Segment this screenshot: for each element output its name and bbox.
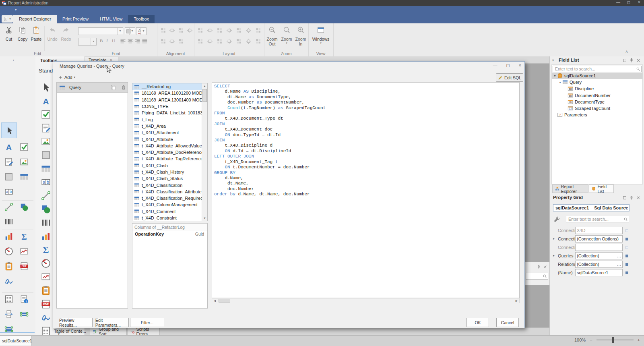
toolbox-item-gauge[interactable] (39, 258, 51, 269)
toolbox-item-line[interactable] (4, 203, 13, 211)
cut-button[interactable]: Cut (2, 25, 15, 49)
undo-button[interactable]: Undo (46, 25, 59, 49)
disabled-layout-glyph-icon[interactable] (197, 27, 203, 33)
toolbox-item-panel[interactable] (4, 172, 13, 181)
align-right-icon[interactable] (134, 38, 140, 44)
preview-results-button[interactable]: Preview Results... (59, 318, 93, 327)
dialog-close-button[interactable]: × (519, 63, 521, 68)
windows-button[interactable]: Windows ▾ (310, 25, 332, 49)
close-icon[interactable] (636, 58, 641, 63)
field-list-node-documentnumber[interactable]: abDocumentNumber (552, 92, 642, 99)
table-list-item[interactable]: t_X4D_Attribute_TagReference (132, 155, 207, 162)
italic-button[interactable]: I (106, 38, 108, 43)
toolbox-item-cross-band-line[interactable] (20, 310, 29, 319)
dialog-minimize-button[interactable]: — (493, 63, 497, 68)
ok-button[interactable]: OK (466, 318, 489, 327)
bold-button[interactable]: B (100, 38, 103, 43)
toolbox-item-pivot-grid[interactable] (39, 285, 51, 296)
table-list-item[interactable]: t_X4D_ColumnManagement (132, 201, 207, 208)
table-list-item[interactable]: t_X4D_Comment (132, 208, 207, 215)
close-button[interactable]: × (636, 0, 642, 4)
toolbox-item-barcode[interactable] (4, 217, 13, 226)
copy-query-icon[interactable] (110, 85, 116, 90)
ribbon-tab-toolbox[interactable]: Toolbox (128, 15, 155, 23)
property-value[interactable] (575, 244, 623, 251)
font-color-button[interactable]: A ▾ (136, 27, 147, 35)
disabled-alignment-glyph-icon[interactable] (178, 27, 184, 33)
disabled-layout-glyph-icon[interactable] (236, 27, 242, 33)
disabled-layout-glyph-icon[interactable] (246, 27, 252, 33)
ellipsis-button[interactable]: ... (617, 253, 621, 259)
table-list-item[interactable]: t_X4D_Area (132, 123, 207, 129)
property-grid-search-input[interactable] (568, 216, 622, 222)
scrollbar-thumb[interactable] (219, 299, 230, 302)
redo-button[interactable]: Redo (60, 25, 72, 49)
table-list-item[interactable]: t_X4D_Constraint (132, 215, 207, 221)
minimize-button[interactable]: — (615, 0, 621, 4)
table-list-item[interactable]: CONS_TYPE (132, 103, 207, 110)
table-list-item[interactable]: t_Log (132, 116, 207, 122)
expander-icon[interactable]: ▾ (553, 74, 557, 78)
disabled-layout-glyph-icon[interactable] (255, 27, 261, 33)
ribbon-tab-print-preview[interactable]: Print Preview (57, 15, 94, 23)
tab-group-and-sort[interactable]: Group and Sort (90, 328, 127, 335)
toolbox-item-barcode[interactable] (39, 218, 51, 228)
toolbox-item-pdf-content[interactable]: PDF (20, 262, 29, 271)
table-list-item[interactable]: 181169 AREA 13001400 MODEL RE... (132, 97, 207, 103)
table-list-item[interactable]: t_X4D_Attribute_AllowedValue (132, 143, 207, 149)
toolbox-item-page-break[interactable] (4, 310, 13, 319)
toolbox-item-pdf-content[interactable]: PDF (39, 299, 51, 309)
toolbox-item-check-box[interactable] (20, 143, 29, 151)
ellipsis-button[interactable]: ... (617, 261, 621, 268)
scroll-left-icon[interactable]: ◀ (212, 298, 217, 303)
highlight-color-button[interactable]: ▾ (125, 27, 135, 35)
disabled-layout-glyph-icon[interactable] (197, 38, 203, 44)
field-list-search[interactable] (553, 66, 642, 72)
table-list-item[interactable]: t_X4D_Classification (132, 182, 207, 188)
dialog-maximize-button[interactable]: ◻ (506, 63, 510, 68)
scroll-right-icon[interactable]: ▶ (514, 298, 519, 303)
toolbox-item-table[interactable] (20, 172, 29, 181)
toolbox-item-rich-text[interactable] (39, 123, 51, 133)
disabled-alignment-glyph-icon[interactable] (160, 38, 166, 44)
sql-editor[interactable]: SELECT d.Name AS Discipline, dt.Name as … (212, 82, 520, 298)
property-value[interactable]: (Connection Options) (575, 235, 623, 242)
tab-scripts-errors[interactable]: <>Scripts Errors (128, 328, 160, 335)
font-name-combo[interactable]: ▾ (78, 27, 123, 35)
toolbox-item-page-info[interactable]: i (20, 295, 29, 304)
toolbox-item-character-comb[interactable]: ab (4, 187, 13, 196)
toolbox-item-chart[interactable] (39, 231, 51, 242)
chevron-down-icon[interactable]: ▾ (552, 58, 554, 62)
toolbox-item-pointer[interactable] (1, 122, 17, 138)
zoom-in-button[interactable]: Zoom In (294, 25, 308, 49)
font-size-combo[interactable]: ▾ (78, 38, 97, 46)
property-value[interactable]: X4D (575, 227, 623, 234)
toolbox-item-sparkline[interactable] (39, 271, 51, 282)
toolbox-item-pointer[interactable] (39, 82, 51, 93)
ribbon-tab-html-view[interactable]: HTML View (94, 15, 128, 23)
toolbox-item-signature[interactable] (4, 277, 13, 286)
ribbon-collapse-button[interactable]: ˄ (623, 50, 630, 55)
align-center-icon[interactable] (127, 38, 133, 44)
field-list-node-parameters[interactable]: ?Parameters (552, 112, 642, 118)
column-row[interactable]: OperationKey Guid (132, 232, 207, 238)
property-value[interactable]: (Collection)... (575, 261, 623, 268)
copy-button[interactable]: Copy (16, 25, 29, 49)
disabled-layout-glyph-icon[interactable] (236, 38, 242, 44)
query-list-item[interactable]: Query (57, 83, 128, 93)
disabled-alignment-glyph-icon[interactable] (178, 38, 184, 44)
field-list-node-sqldatasource1[interactable]: ▾sqlDataSource1 (552, 73, 642, 79)
zoom-increase-button[interactable]: + (638, 338, 640, 342)
scrollbar-thumb[interactable] (202, 89, 207, 102)
pin-icon[interactable] (537, 265, 541, 269)
toolbox-item-line[interactable] (39, 191, 51, 201)
scroll-down-icon[interactable]: ▼ (202, 215, 207, 221)
table-list-item[interactable]: t_X4D_Clash (132, 162, 207, 169)
field-list-node-query[interactable]: ▾Query (552, 79, 642, 85)
table-list-item[interactable]: t_X4D_Classification_Required_Doc... (132, 195, 207, 201)
quick-access-dropdown[interactable]: ▾ (15, 8, 17, 12)
disabled-layout-glyph-icon[interactable] (226, 27, 232, 33)
toolbox-item-summary[interactable]: Σ (20, 232, 29, 241)
paste-button[interactable]: Paste (30, 25, 43, 49)
table-list-item[interactable]: t_X4D_Classification_Attribute (132, 189, 207, 195)
